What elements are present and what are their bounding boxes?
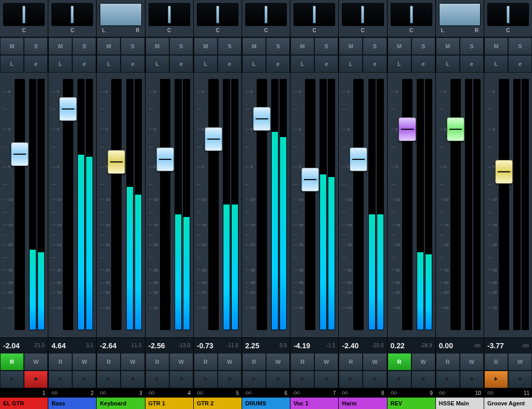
pan-control[interactable]: C <box>484 0 532 37</box>
fader-cap[interactable] <box>205 127 222 151</box>
fader-cap[interactable] <box>350 147 367 171</box>
mute-button[interactable]: M <box>0 37 24 55</box>
channel-link-icon[interactable] <box>245 390 252 397</box>
monitor-button[interactable] <box>242 371 266 388</box>
edit-button[interactable]: e <box>314 55 338 73</box>
record-enable-button[interactable] <box>218 371 242 388</box>
channel-link-icon[interactable] <box>390 390 397 397</box>
monitor-button[interactable] <box>388 371 411 388</box>
pan-control[interactable]: LR <box>436 0 484 37</box>
mute-button[interactable]: M <box>97 37 121 55</box>
mute-button[interactable]: M <box>484 37 508 55</box>
automation-read-button[interactable]: R <box>48 353 72 371</box>
channel-name-label[interactable]: GTR 2 <box>194 398 242 409</box>
solo-button[interactable]: S <box>72 37 96 55</box>
mute-button[interactable]: M <box>339 37 363 55</box>
automation-read-button[interactable]: R <box>436 353 460 371</box>
edit-button[interactable]: e <box>218 55 242 73</box>
gain-value[interactable]: 2.25 <box>245 342 259 350</box>
fader-cap[interactable] <box>447 117 464 141</box>
listen-button[interactable]: L <box>484 55 508 73</box>
edit-button[interactable]: e <box>72 55 96 73</box>
automation-write-button[interactable]: W <box>460 353 484 371</box>
fader-cap[interactable] <box>253 107 271 131</box>
pan-control[interactable]: C <box>242 0 290 37</box>
solo-button[interactable]: S <box>169 37 193 55</box>
automation-read-button[interactable]: R <box>339 353 363 371</box>
record-enable-button[interactable] <box>460 371 484 388</box>
listen-button[interactable]: L <box>436 55 460 73</box>
automation-write-button[interactable]: W <box>218 353 242 371</box>
pan-control[interactable]: C <box>48 0 96 37</box>
gain-value[interactable]: 0.22 <box>391 342 405 350</box>
automation-write-button[interactable]: W <box>24 353 48 371</box>
fader-cap[interactable] <box>301 168 319 192</box>
gain-value[interactable]: -2.40 <box>342 342 358 350</box>
solo-button[interactable]: S <box>314 37 338 55</box>
mute-button[interactable]: M <box>48 37 72 55</box>
mute-button[interactable]: M <box>242 37 266 55</box>
monitor-button[interactable] <box>290 371 314 388</box>
edit-button[interactable]: e <box>266 55 290 73</box>
gain-value[interactable]: -0.73 <box>197 342 214 350</box>
channel-name-label[interactable]: EL GTR <box>0 398 48 409</box>
record-enable-button[interactable] <box>411 371 435 388</box>
solo-button[interactable]: S <box>460 37 484 55</box>
record-enable-button[interactable] <box>314 371 338 388</box>
pan-control[interactable]: C <box>339 0 387 37</box>
edit-button[interactable]: e <box>508 55 532 73</box>
pan-control[interactable]: LR <box>97 0 144 37</box>
monitor-button[interactable] <box>0 371 24 388</box>
channel-name-label[interactable]: DRUMS <box>242 398 290 409</box>
gain-value[interactable]: 4.64 <box>51 342 65 350</box>
automation-write-button[interactable]: W <box>266 353 290 371</box>
pan-control[interactable]: C <box>290 0 338 37</box>
listen-button[interactable]: L <box>48 55 72 73</box>
automation-read-button[interactable]: R <box>194 353 218 371</box>
record-enable-button[interactable] <box>169 371 193 388</box>
listen-button[interactable]: L <box>145 55 169 73</box>
automation-write-button[interactable]: W <box>169 353 193 371</box>
record-enable-button[interactable] <box>266 371 290 388</box>
listen-button[interactable]: L <box>339 55 363 73</box>
edit-button[interactable]: e <box>460 55 484 73</box>
solo-button[interactable]: S <box>363 37 387 55</box>
listen-button[interactable]: L <box>97 55 121 73</box>
automation-write-button[interactable]: W <box>508 353 532 371</box>
automation-read-button[interactable]: R <box>242 353 266 371</box>
pan-control[interactable]: C <box>388 0 435 37</box>
channel-name-label[interactable]: Keyboard <box>97 398 144 409</box>
fader-cap[interactable] <box>398 117 416 141</box>
mute-button[interactable]: M <box>436 37 460 55</box>
channel-name-label[interactable]: HSSE Main <box>436 398 484 409</box>
edit-button[interactable]: e <box>121 55 144 73</box>
channel-link-icon[interactable] <box>487 390 494 397</box>
automation-read-button[interactable]: R <box>388 353 411 371</box>
mute-button[interactable]: M <box>290 37 314 55</box>
monitor-button[interactable] <box>48 371 72 388</box>
monitor-button[interactable] <box>484 371 508 388</box>
automation-write-button[interactable]: W <box>72 353 96 371</box>
solo-button[interactable]: S <box>266 37 290 55</box>
edit-button[interactable]: e <box>363 55 387 73</box>
pan-control[interactable]: C <box>145 0 193 37</box>
channel-name-label[interactable]: REV <box>388 398 435 409</box>
automation-write-button[interactable]: W <box>314 353 338 371</box>
monitor-button[interactable] <box>436 371 460 388</box>
fader-cap[interactable] <box>59 97 77 121</box>
gain-value[interactable]: -4.19 <box>294 342 310 350</box>
channel-link-icon[interactable] <box>99 390 107 397</box>
listen-button[interactable]: L <box>0 55 24 73</box>
monitor-button[interactable] <box>339 371 363 388</box>
channel-link-icon[interactable] <box>51 390 58 397</box>
channel-link-icon[interactable] <box>148 390 155 397</box>
mute-button[interactable]: M <box>145 37 169 55</box>
fader-cap[interactable] <box>495 160 513 184</box>
gain-value[interactable]: 0.00 <box>439 342 453 350</box>
record-enable-button[interactable] <box>363 371 387 388</box>
automation-read-button[interactable]: R <box>290 353 314 371</box>
solo-button[interactable]: S <box>218 37 242 55</box>
channel-name-label[interactable]: Voc 1 <box>290 398 338 409</box>
mute-button[interactable]: M <box>194 37 218 55</box>
monitor-button[interactable] <box>97 371 121 388</box>
